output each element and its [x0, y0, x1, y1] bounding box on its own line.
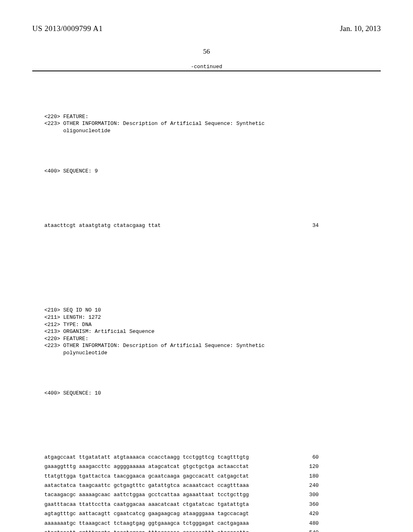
seq10-line: atactaaatt cgtttgagta tacctcgaga tttacaa…: [44, 528, 319, 532]
seq10-label: <400> SEQUENCE: 10: [44, 389, 381, 398]
seq10-sequence-text: agtagtttgc aattacagtt cgaatcatcg gaagaag…: [44, 509, 249, 518]
seq10-position: 180: [298, 472, 319, 481]
seq9-label: <400> SEQUENCE: 9: [44, 166, 381, 176]
page-number: 56: [32, 48, 381, 56]
seq9-line: ataacttcgt ataatgtatg ctatacgaag ttat 34: [44, 221, 319, 230]
seq9-meta: <220> FEATURE: <223> OTHER INFORMATION: …: [44, 113, 381, 135]
seq10-position: 420: [298, 509, 319, 518]
seq10-sequence-text: atgagccaat ttgatatatt atgtaaaaca ccaccta…: [44, 453, 249, 462]
seq10-position: 240: [298, 481, 319, 490]
seq10-position: 60: [298, 453, 319, 462]
publication-number: US 2013/0009799 A1: [32, 24, 103, 33]
seq10-line: gaaaggtttg aaagaccttc aggggaaaaa atagcat…: [44, 462, 319, 471]
seq10-line: agtagtttgc aattacagtt cgaatcatcg gaagaag…: [44, 509, 319, 518]
seq10-position: 300: [298, 490, 319, 499]
sequence-listing: <220> FEATURE: <223> OTHER INFORMATION: …: [32, 75, 381, 532]
page-container: US 2013/0009799 A1 Jan. 10, 2013 56 -con…: [0, 0, 413, 532]
seq10-position: 360: [298, 500, 319, 509]
seq10-line: tacaagacgc aaaaagcaac aattctggaa gcctcat…: [44, 490, 319, 499]
seq10-position: 120: [298, 462, 319, 471]
seq10-sequence-text: atactaaatt cgtttgagta tacctcgaga tttacaa…: [44, 528, 249, 532]
page-header: US 2013/0009799 A1 Jan. 10, 2013: [32, 24, 381, 33]
seq10-sequence-text: gaatttacaa ttattcctta caatggacaa aaacatc…: [44, 500, 249, 509]
seq10-line: aaaaaaatgc ttaaagcact tctaagtgag ggtgaaa…: [44, 519, 319, 528]
seq10-line: atgagccaat ttgatatatt atgtaaaaca ccaccta…: [44, 453, 319, 462]
seq10-position: 480: [298, 519, 319, 528]
seq10-lines: atgagccaat ttgatatatt atgtaaaaca ccaccta…: [44, 453, 381, 532]
seq10-sequence-text: aatactatca taagcaattc gctgagtttc gatattg…: [44, 481, 249, 490]
seq10-line: ttatgttgga tgattactca taacggaaca gcaatca…: [44, 472, 319, 481]
seq9-position: 34: [298, 221, 319, 230]
seq10-sequence-text: tacaagacgc aaaaagcaac aattctggaa gcctcat…: [44, 490, 249, 499]
seq10-sequence-text: ttatgttgga tgattactca taacggaaca gcaatca…: [44, 472, 249, 481]
seq10-sequence-text: aaaaaaatgc ttaaagcact tctaagtgag ggtgaaa…: [44, 519, 249, 528]
seq10-meta: <210> SEQ ID NO 10 <211> LENGTH: 1272 <2…: [44, 307, 381, 356]
seq10-position: 540: [298, 528, 319, 532]
seq9-sequence-text: ataacttcgt ataatgtatg ctatacgaag ttat: [44, 221, 161, 230]
continued-label: -continued: [32, 64, 381, 70]
publication-date: Jan. 10, 2013: [340, 24, 381, 33]
seq10-sequence-text: gaaaggtttg aaagaccttc aggggaaaaa atagcat…: [44, 462, 249, 471]
seq10-line: aatactatca taagcaattc gctgagtttc gatattg…: [44, 481, 319, 490]
divider-top: [32, 71, 381, 71]
seq10-line: gaatttacaa ttattcctta caatggacaa aaacatc…: [44, 500, 319, 509]
